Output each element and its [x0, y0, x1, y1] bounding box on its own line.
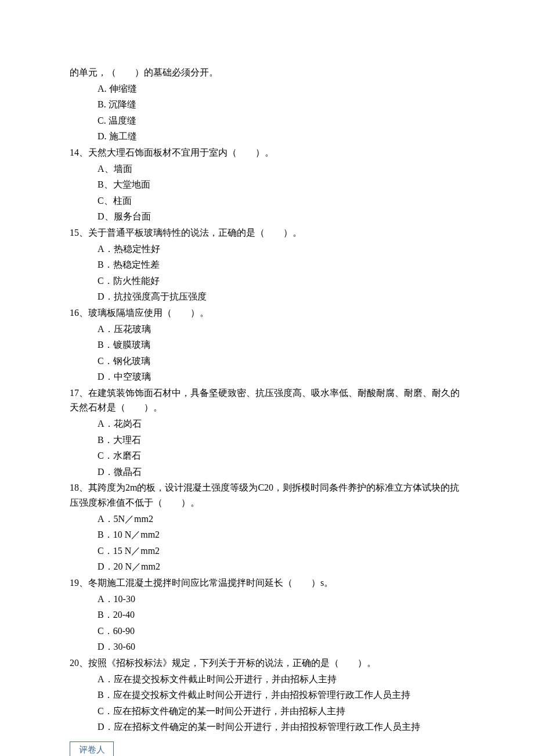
page-content: 的单元，（ ）的墓础必须分开。 A. 伸缩缝 B. 沉降缝 C. 温度缝 D. … — [0, 0, 534, 756]
q13-stem-continued: 的单元，（ ）的墓础必须分开。 — [70, 65, 464, 80]
q20-option-c: C．应在招标文件确定的某一时间公开进行，并由招标人主持 — [70, 704, 464, 719]
q16-option-b: B．镀膜玻璃 — [70, 337, 464, 352]
scorer-box: 评卷人 — [70, 741, 114, 756]
q18-option-d: D．20 N／mm2 — [70, 559, 464, 574]
q19-option-a: A．10-30 — [70, 592, 464, 607]
q13-option-a: A. 伸缩缝 — [70, 81, 464, 96]
q19-stem: 19、冬期施工混凝土搅拌时间应比常温搅拌时间延长（ ）s。 — [70, 575, 464, 591]
q19-option-b: B．20-40 — [70, 607, 464, 622]
q14-option-b: B、大堂地面 — [70, 177, 464, 192]
q18-stem: 18、其跨度为2m的板，设计混凝土强度等级为C20，则拆模时同条件养护的标准立方… — [70, 480, 464, 510]
scorer-label-cell: 评卷人 — [70, 741, 114, 756]
section-2-title: 二、多选题（共 10 题，每题 2 分。选项中，至少 2 个符合题意） — [122, 754, 402, 756]
q17-option-b: B．大理石 — [70, 433, 464, 448]
q20-option-d: D．应在招标文件确定的某一时间公开进行，并由招投标管理行政工作人员主持 — [70, 719, 464, 735]
q17-option-a: A．花岗石 — [70, 416, 464, 431]
q17-option-d: D．微晶石 — [70, 465, 464, 480]
q13-option-b: B. 沉降缝 — [70, 97, 464, 112]
q15-option-b: B．热稳定性差 — [70, 257, 464, 272]
q16-option-d: D．中空玻璃 — [70, 369, 464, 384]
q18-option-a: A．5N／mm2 — [70, 512, 464, 527]
q17-stem: 17、在建筑装饰饰面石材中，具备坚硬致密、抗压强度高、吸水率低、耐酸耐腐、耐磨、… — [70, 386, 464, 415]
q15-stem: 15、关于普通平板玻璃特性的说法，正确的是（ ）。 — [70, 225, 464, 240]
q19-option-d: D．30-60 — [70, 639, 464, 654]
q19-option-c: C．60-90 — [70, 624, 464, 639]
q16-stem: 16、玻璃板隔墙应使用（ ）。 — [70, 305, 464, 321]
q14-option-c: C、柱面 — [70, 193, 464, 208]
q15-option-a: A．热稳定性好 — [70, 242, 464, 257]
q13-option-d: D. 施工缝 — [70, 129, 464, 144]
section-2-header-row: 评卷人 二、多选题（共 10 题，每题 2 分。选项中，至少 2 个符合题意） — [70, 736, 464, 756]
q15-option-c: C．防火性能好 — [70, 273, 464, 289]
q14-option-d: D、服务台面 — [70, 209, 464, 224]
q20-stem: 20、按照《招标投标法》规定，下列关于开标的说法，正确的是（ ）。 — [70, 656, 464, 671]
q13-option-c: C. 温度缝 — [70, 113, 464, 128]
q18-option-b: B．10 N／mm2 — [70, 527, 464, 542]
q18-option-c: C．15 N／mm2 — [70, 543, 464, 559]
q16-option-c: C．钢化玻璃 — [70, 354, 464, 369]
q20-option-a: A．应在提交投标文件截止时间公开进行，并由招标人主持 — [70, 672, 464, 687]
q17-option-c: C．水磨石 — [70, 448, 464, 463]
q20-option-b: B．应在提交投标文件截止时间公开进行，并由招投标管理行政工作人员主持 — [70, 687, 464, 703]
q14-option-a: A、墙面 — [70, 161, 464, 177]
q16-option-a: A．压花玻璃 — [70, 322, 464, 337]
q14-stem: 14、天然大理石饰面板材不宜用于室内（ ）。 — [70, 145, 464, 160]
q15-option-d: D．抗拉强度高于抗压强度 — [70, 289, 464, 304]
